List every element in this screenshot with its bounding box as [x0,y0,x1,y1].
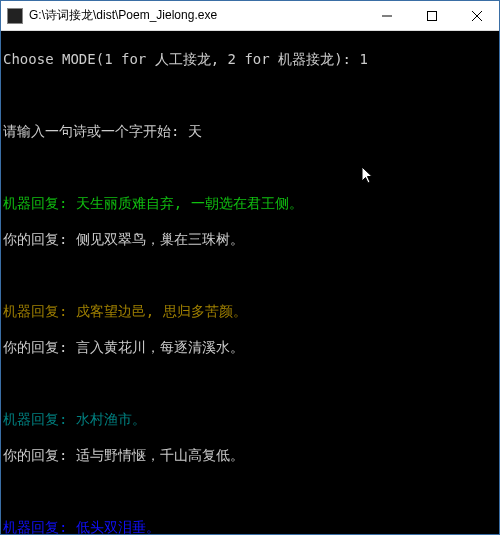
console-output[interactable]: Choose MODE(1 for 人工接龙, 2 for 机器接龙): 1 请… [1,31,499,534]
close-button[interactable] [454,1,499,30]
user-reply: 你的回复: 适与野情惬，千山高复低。 [3,446,497,464]
user-reply: 你的回复: 言入黄花川，每逐清溪水。 [3,338,497,356]
window-controls [364,1,499,30]
svg-rect-1 [427,11,436,20]
console-line [3,266,497,284]
console-line [3,158,497,176]
app-window: G:\诗词接龙\dist\Poem_Jielong.exe Choose MOD… [0,0,500,535]
machine-reply: 机器回复: 低头双泪垂。 [3,518,497,534]
console-line [3,374,497,392]
console-line: Choose MODE(1 for 人工接龙, 2 for 机器接龙): 1 [3,50,497,68]
console-line [3,86,497,104]
titlebar[interactable]: G:\诗词接龙\dist\Poem_Jielong.exe [1,1,499,31]
machine-reply: 机器回复: 天生丽质难自弃, 一朝选在君王侧。 [3,194,497,212]
maximize-button[interactable] [409,1,454,30]
window-title: G:\诗词接龙\dist\Poem_Jielong.exe [29,7,364,24]
app-icon [7,8,23,24]
machine-reply: 机器回复: 戍客望边邑, 思归多苦颜。 [3,302,497,320]
console-line: 请输入一句诗或一个字开始: 天 [3,122,497,140]
minimize-button[interactable] [364,1,409,30]
user-reply: 你的回复: 侧见双翠鸟，巢在三珠树。 [3,230,497,248]
machine-reply: 机器回复: 水村渔市。 [3,410,497,428]
console-line [3,482,497,500]
